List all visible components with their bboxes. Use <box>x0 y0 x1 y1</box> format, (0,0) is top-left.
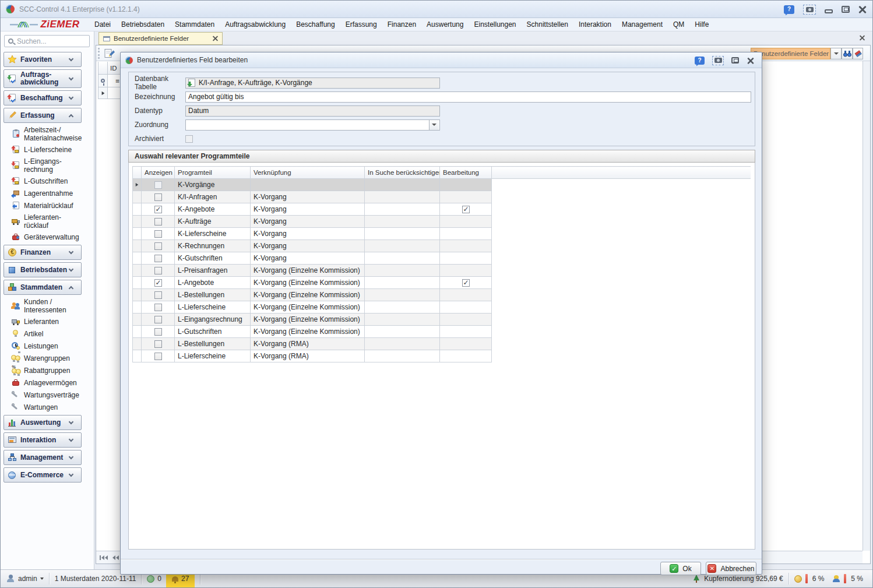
anzeigen-checkbox[interactable] <box>154 181 162 189</box>
anzeigen-cell[interactable] <box>142 326 175 338</box>
verknuepfung-cell[interactable]: K-Vorgang (Einzelne Kommission) <box>251 289 365 301</box>
quick-search-box[interactable]: Benutzerdefinierte Felder ... <box>751 48 830 59</box>
menu-schnittstellen[interactable]: Schnittstellen <box>522 18 573 31</box>
verknuepfung-cell[interactable]: K-Vorgang (Einzelne Kommission) <box>251 314 365 326</box>
bearbeitung-cell[interactable] <box>440 216 492 228</box>
in-suche-cell[interactable] <box>365 265 440 277</box>
anzeigen-checkbox[interactable] <box>154 255 162 262</box>
anzeigen-checkbox[interactable] <box>154 353 162 360</box>
programmteil-cell[interactable]: L-Bestellungen <box>175 289 251 301</box>
sidebar-group-stammdaten[interactable]: Stammdaten <box>3 280 82 295</box>
minimize-button[interactable] <box>825 9 833 13</box>
anzeigen-checkbox[interactable] <box>154 340 162 348</box>
bezeichnung-field[interactable] <box>185 91 751 103</box>
table-row[interactable]: L-Lieferscheine K-Vorgang (Einzelne Komm… <box>133 301 751 314</box>
table-row[interactable]: K/I-Anfragen K-Vorgang <box>133 191 751 203</box>
programmteil-cell[interactable]: L-Lieferscheine <box>175 301 251 314</box>
bearbeitung-checkbox[interactable] <box>462 279 470 287</box>
bearbeitung-cell[interactable] <box>440 240 492 252</box>
edit-record-button[interactable] <box>102 47 117 60</box>
sidebar-item-l-lieferscheine[interactable]: L-Lieferscheine <box>11 145 93 154</box>
tab-close-icon[interactable] <box>213 36 218 41</box>
user-dropdown-icon[interactable] <box>40 578 44 580</box>
verknuepfung-cell[interactable]: K-Vorgang (Einzelne Kommission) <box>251 326 365 338</box>
table-row[interactable]: L-Preisanfragen K-Vorgang (Einzelne Komm… <box>133 265 751 277</box>
sidebar-item-artikel[interactable]: Artikel <box>11 329 93 339</box>
menu-interaktion[interactable]: Interaktion <box>573 18 617 31</box>
verknuepfung-cell[interactable]: K-Vorgang <box>251 216 365 228</box>
table-row[interactable]: K-Rechnungen K-Vorgang <box>133 240 751 252</box>
anzeigen-cell[interactable] <box>142 289 175 301</box>
programmteil-cell[interactable]: L-Preisanfragen <box>175 265 251 277</box>
column-anzeigen[interactable]: Anzeigen <box>142 167 175 179</box>
verknuepfung-cell[interactable]: K-Vorgang <box>251 228 365 240</box>
bezeichnung-input[interactable] <box>188 93 748 101</box>
in-suche-cell[interactable] <box>365 179 440 191</box>
anzeigen-cell[interactable] <box>142 314 175 326</box>
dialog-title-bar[interactable]: Benutzerdefiniertes Feld bearbeiten ? <box>121 52 762 68</box>
verknuepfung-cell[interactable]: K-Vorgang <box>251 240 365 252</box>
bearbeitung-cell[interactable] <box>440 350 492 362</box>
programmteil-cell[interactable]: K-Gutschriften <box>175 252 251 265</box>
menu-finanzen[interactable]: Finanzen <box>382 18 421 31</box>
in-suche-cell[interactable] <box>365 338 440 350</box>
in-suche-cell[interactable] <box>365 216 440 228</box>
screenshot-camera-icon[interactable] <box>712 56 724 65</box>
close-button[interactable] <box>858 5 867 13</box>
clear-filter-button[interactable] <box>853 48 863 59</box>
menu-erfassung[interactable]: Erfassung <box>340 18 382 31</box>
bearbeitung-checkbox[interactable] <box>462 206 470 213</box>
in-suche-cell[interactable] <box>365 289 440 301</box>
anzeigen-cell[interactable] <box>142 179 175 191</box>
vertical-scrollbar[interactable] <box>863 61 870 551</box>
in-suche-cell[interactable] <box>365 191 440 203</box>
sidebar-group-auswertung[interactable]: Auswertung <box>3 415 82 430</box>
menu-auswertung[interactable]: Auswertung <box>421 18 469 31</box>
anzeigen-cell[interactable] <box>142 240 175 252</box>
first-page-button[interactable] <box>98 553 108 562</box>
programmteil-cell[interactable]: K-Aufträge <box>175 216 251 228</box>
menu-beschaffung[interactable]: Beschaffung <box>291 18 340 31</box>
in-suche-cell[interactable] <box>365 277 440 289</box>
sidebar-item-lagerentnahme[interactable]: Lagerentnahme <box>11 189 93 198</box>
programmteil-cell[interactable]: L-Eingangsrechnung <box>175 314 251 326</box>
bearbeitung-cell[interactable] <box>440 277 492 289</box>
binoculars-search-button[interactable] <box>842 48 853 59</box>
table-row[interactable]: L-Gutschriften K-Vorgang (Einzelne Kommi… <box>133 326 751 338</box>
bearbeitung-cell[interactable] <box>440 252 492 265</box>
zuordnung-dropdown-button[interactable] <box>429 120 439 130</box>
programmteil-cell[interactable]: L-Angebote <box>175 277 251 289</box>
table-row[interactable]: L-Bestellungen K-Vorgang (Einzelne Kommi… <box>133 289 751 301</box>
sidebar-group-ecommerce[interactable]: E-Commerce <box>3 467 82 483</box>
anzeigen-cell[interactable] <box>142 228 175 240</box>
anzeigen-checkbox[interactable] <box>154 279 162 287</box>
sidebar-group-erfassung[interactable]: Erfassung <box>3 108 82 123</box>
bearbeitung-cell[interactable] <box>440 289 492 301</box>
menu-hilfe[interactable]: Hilfe <box>689 18 714 31</box>
table-row[interactable]: L-Lieferscheine K-Vorgang (RMA) <box>133 350 751 362</box>
anzeigen-cell[interactable] <box>142 191 175 203</box>
zuordnung-input[interactable] <box>188 121 429 129</box>
anzeigen-cell[interactable] <box>142 338 175 350</box>
anzeigen-checkbox[interactable] <box>154 230 162 238</box>
in-suche-cell[interactable] <box>365 252 440 265</box>
bearbeitung-cell[interactable] <box>440 326 492 338</box>
verknuepfung-cell[interactable]: K-Vorgang (RMA) <box>251 350 365 362</box>
in-suche-cell[interactable] <box>365 314 440 326</box>
menu-qm[interactable]: QM <box>668 18 689 31</box>
sidebar-item-geraeteverwaltung[interactable]: Geräteverwaltung <box>11 233 93 242</box>
menu-betriebsdaten[interactable]: Betriebsdaten <box>116 18 170 31</box>
sidebar-item-wartungsvertraege[interactable]: Wartungsverträge <box>11 390 93 400</box>
programmteil-cell[interactable]: L-Gutschriften <box>175 326 251 338</box>
sidebar-group-management[interactable]: Management <box>3 450 82 465</box>
sidebar-group-interaktion[interactable]: Interaktion <box>3 432 82 448</box>
bearbeitung-cell[interactable] <box>440 338 492 350</box>
help-chat-icon[interactable]: ? <box>695 57 705 65</box>
menu-management[interactable]: Management <box>617 18 668 31</box>
verknuepfung-cell[interactable]: K-Vorgang (Einzelne Kommission) <box>251 265 365 277</box>
anzeigen-checkbox[interactable] <box>154 316 162 323</box>
anzeigen-checkbox[interactable] <box>154 193 162 201</box>
anzeigen-checkbox[interactable] <box>154 242 162 250</box>
anzeigen-checkbox[interactable] <box>154 218 162 226</box>
menu-auftragsabwicklung[interactable]: Auftragsabwicklung <box>220 18 291 31</box>
